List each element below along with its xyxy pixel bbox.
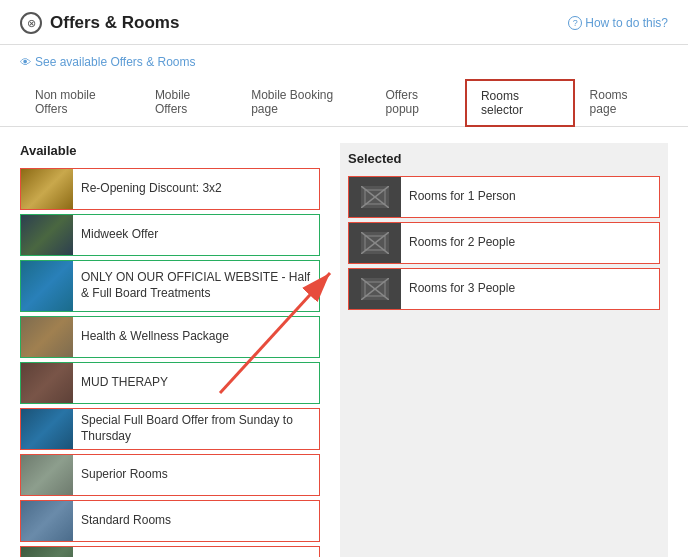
tab-rooms-selector[interactable]: Rooms selector	[465, 79, 575, 127]
selected-item[interactable]: Rooms for 1 Person	[348, 176, 660, 218]
selected-column: Selected Rooms for 1 Person	[340, 143, 668, 557]
list-item[interactable]: MUD THERAPY	[20, 362, 320, 404]
item-thumb-reopen	[21, 168, 73, 210]
item-thumb-mud	[21, 362, 73, 404]
item-label-superior: Superior Rooms	[73, 463, 176, 487]
item-label-midweek: Midweek Offer	[73, 223, 166, 247]
list-item[interactable]: Junior Suite	[20, 546, 320, 557]
item-label-official: ONLY ON OUR OFFICIAL WEBSITE - Half & Fu…	[73, 266, 319, 305]
help-link[interactable]: ? How to do this?	[568, 16, 668, 30]
tab-mobile[interactable]: Mobile Offers	[140, 79, 236, 127]
item-label-special: Special Full Board Offer from Sunday to …	[73, 409, 319, 448]
header: ⊗ Offers & Rooms ? How to do this?	[0, 0, 688, 45]
item-thumb-superior	[21, 454, 73, 496]
item-label-reopen: Re-Opening Discount: 3x2	[73, 177, 230, 201]
selected-thumb-rooms2	[349, 222, 401, 264]
available-title: Available	[20, 143, 320, 158]
offers-rooms-icon: ⊗	[20, 12, 42, 34]
see-offers-link[interactable]: 👁 See available Offers & Rooms	[20, 55, 668, 69]
item-thumb-special	[21, 408, 73, 450]
selected-item[interactable]: Rooms for 3 People	[348, 268, 660, 310]
main-content: Available Re-Opening Discount: 3x2 Midwe…	[0, 127, 688, 557]
selected-thumb-rooms3	[349, 268, 401, 310]
selected-label-rooms3: Rooms for 3 People	[401, 277, 523, 301]
selected-thumb-rooms1	[349, 176, 401, 218]
list-item[interactable]: Special Full Board Offer from Sunday to …	[20, 408, 320, 450]
list-item[interactable]: Standard Rooms	[20, 500, 320, 542]
available-column: Available Re-Opening Discount: 3x2 Midwe…	[20, 143, 320, 557]
selected-item[interactable]: Rooms for 2 People	[348, 222, 660, 264]
item-thumb-midweek	[21, 214, 73, 256]
selected-label-rooms1: Rooms for 1 Person	[401, 185, 524, 209]
item-label-health: Health & Wellness Package	[73, 325, 237, 349]
tab-booking[interactable]: Mobile Booking page	[236, 79, 370, 127]
help-icon: ?	[568, 16, 582, 30]
selected-list: Rooms for 1 Person Rooms for 2 People	[348, 176, 660, 310]
see-offers-label: See available Offers & Rooms	[35, 55, 196, 69]
available-list: Re-Opening Discount: 3x2 Midweek Offer O…	[20, 168, 320, 557]
list-item[interactable]: ONLY ON OUR OFFICIAL WEBSITE - Half & Fu…	[20, 260, 320, 312]
item-thumb-junior	[21, 546, 73, 557]
item-thumb-official	[21, 260, 73, 312]
tab-rooms-page[interactable]: Rooms page	[575, 79, 668, 127]
header-left: ⊗ Offers & Rooms	[20, 12, 179, 34]
selected-label-rooms2: Rooms for 2 People	[401, 231, 523, 255]
tab-non-mobile[interactable]: Non mobile Offers	[20, 79, 140, 127]
item-label-standard: Standard Rooms	[73, 509, 179, 533]
list-item[interactable]: Health & Wellness Package	[20, 316, 320, 358]
list-item[interactable]: Re-Opening Discount: 3x2	[20, 168, 320, 210]
tab-popup[interactable]: Offers popup	[371, 79, 465, 127]
help-label: How to do this?	[585, 16, 668, 30]
item-thumb-health	[21, 316, 73, 358]
selected-title: Selected	[348, 151, 660, 166]
item-label-mud: MUD THERAPY	[73, 371, 176, 395]
eye-icon: 👁	[20, 56, 31, 68]
tabs-bar: Non mobile Offers Mobile Offers Mobile B…	[0, 79, 688, 127]
page-title: Offers & Rooms	[50, 13, 179, 33]
item-thumb-standard	[21, 500, 73, 542]
sub-header: 👁 See available Offers & Rooms	[0, 45, 688, 75]
list-item[interactable]: Midweek Offer	[20, 214, 320, 256]
list-item[interactable]: Superior Rooms	[20, 454, 320, 496]
